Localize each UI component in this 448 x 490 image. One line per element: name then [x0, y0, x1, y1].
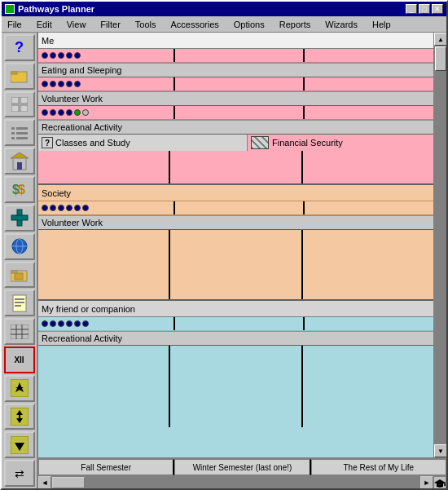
- dot: [82, 109, 89, 116]
- sidebar-item-folder2[interactable]: [4, 262, 35, 289]
- friend-label-row: My friend or companion: [38, 301, 433, 317]
- blue-section: My friend or companion: [38, 301, 433, 457]
- svg-rect-10: [11, 137, 15, 139]
- eating-sleeping-dots: [42, 52, 81, 59]
- sidebar-item-dollar[interactable]: $ $: [4, 176, 35, 203]
- recreational-blue-col3: [305, 317, 433, 330]
- sidebar-item-grid[interactable]: [4, 91, 35, 118]
- menu-accessories[interactable]: Accessories: [169, 19, 222, 30]
- scroll-thumb[interactable]: [435, 46, 446, 71]
- menu-edit[interactable]: Edit: [34, 19, 55, 30]
- blue-empty-col1: [38, 346, 170, 427]
- sidebar-item-down-arrow[interactable]: [4, 431, 35, 458]
- tab-winter[interactable]: Winter Semester (last one!): [174, 459, 310, 475]
- window-title: Pathways Planner: [18, 4, 94, 14]
- peach-empty-col1: [38, 230, 170, 299]
- title-bar: Pathways Planner _ □ ✕: [2, 2, 446, 16]
- dot: [58, 52, 64, 59]
- h-scroll-track[interactable]: [51, 476, 420, 488]
- app-icon: [5, 4, 15, 14]
- tab-rest[interactable]: The Rest of My Life: [311, 459, 446, 475]
- peach-section: Society: [38, 185, 433, 301]
- scroll-track[interactable]: [434, 46, 446, 444]
- hatched-icon: [251, 136, 269, 149]
- sidebar-item-cross[interactable]: [4, 205, 35, 232]
- svg-marker-13: [11, 152, 29, 158]
- scroll-up-button[interactable]: ▲: [434, 33, 446, 46]
- dot: [42, 320, 48, 327]
- sidebar-item-star-up[interactable]: [4, 375, 35, 402]
- dot: [74, 205, 81, 211]
- svg-marker-42: [434, 479, 446, 485]
- classes-study-cell[interactable]: ? Classes and Study: [38, 135, 248, 151]
- svg-rect-1: [11, 72, 17, 74]
- scroll-right-button[interactable]: ►: [420, 476, 433, 488]
- sidebar-item-folder[interactable]: [4, 63, 35, 90]
- tab-fall-label: Fall Semester: [81, 463, 131, 472]
- svg-rect-11: [16, 137, 28, 139]
- me-label: Me: [42, 36, 54, 46]
- eating-sleeping-label: Eating and Sleeping: [42, 65, 121, 75]
- society-label-row: Society: [38, 185, 433, 201]
- volunteer-label-1: Volunteer Work: [42, 94, 103, 104]
- society-label: Society: [42, 188, 71, 198]
- dot: [42, 109, 48, 116]
- financial-security-cell[interactable]: Financial Security: [248, 135, 433, 151]
- vertical-scrollbar: ▲ ▼: [433, 33, 446, 457]
- recreational-dots: [42, 109, 89, 116]
- sidebar-item-globe[interactable]: [4, 233, 35, 260]
- eating-sleeping-col1: [38, 49, 173, 62]
- svg-rect-6: [11, 127, 15, 130]
- menu-wizards[interactable]: Wizards: [323, 19, 360, 30]
- tab-fall[interactable]: Fall Semester: [38, 459, 174, 475]
- scroll-down-button[interactable]: ▼: [434, 444, 446, 457]
- dot: [50, 81, 56, 87]
- sidebar-item-help[interactable]: ?: [4, 34, 35, 61]
- sidebar-item-arrows[interactable]: [4, 404, 35, 430]
- svg-rect-29: [11, 324, 29, 339]
- sidebar-item-exchange[interactable]: ⇄: [4, 460, 35, 487]
- menu-filter[interactable]: Filter: [98, 19, 122, 30]
- sidebar-item-list[interactable]: [4, 119, 35, 146]
- dot: [66, 52, 72, 59]
- sidebar-item-building[interactable]: [4, 148, 35, 174]
- menu-options[interactable]: Options: [231, 19, 267, 30]
- dot: [66, 320, 72, 327]
- sidebar: ?: [2, 33, 38, 488]
- blue-empty-col3: [303, 346, 433, 427]
- dot: [50, 52, 56, 59]
- menu-file[interactable]: File: [5, 19, 24, 30]
- dot: [50, 109, 56, 116]
- recreational-bar-blue: Recreational Activity: [38, 331, 433, 346]
- recreational-col2: [173, 106, 305, 119]
- menu-reports[interactable]: Reports: [277, 19, 314, 30]
- planner-grid: Me: [38, 33, 433, 457]
- menu-tools[interactable]: Tools: [133, 19, 159, 30]
- title-controls: _ □ ✕: [406, 4, 443, 14]
- eating-sleeping-col2: [173, 49, 305, 62]
- svg-rect-4: [11, 105, 19, 112]
- close-button[interactable]: ✕: [432, 4, 443, 14]
- recreational-label-1: Recreational Activity: [42, 122, 122, 132]
- dot: [74, 81, 81, 87]
- dot: [58, 320, 64, 327]
- dot: [82, 205, 89, 211]
- dot: [74, 109, 81, 116]
- maximize-button[interactable]: □: [419, 4, 430, 14]
- friend-label: My friend or companion: [42, 304, 135, 314]
- dot: [42, 81, 48, 87]
- menu-help[interactable]: Help: [370, 19, 393, 30]
- main-window: Pathways Planner _ □ ✕ File Edit View Fi…: [0, 0, 448, 490]
- minimize-button[interactable]: _: [406, 4, 417, 14]
- svg-rect-7: [16, 127, 28, 130]
- sidebar-item-grid2[interactable]: [4, 318, 35, 345]
- svg-rect-5: [20, 105, 28, 112]
- sidebar-item-notes[interactable]: [4, 289, 35, 316]
- scroll-left-button[interactable]: ◄: [38, 476, 51, 488]
- h-scroll-thumb[interactable]: [52, 477, 85, 488]
- eating-sleeping-bar: Eating and Sleeping: [38, 63, 433, 77]
- sidebar-item-xii[interactable]: XII: [4, 347, 35, 373]
- volunteer-col2: [173, 77, 305, 90]
- volunteer-bar-peach: Volunteer Work: [38, 215, 433, 230]
- menu-view[interactable]: View: [64, 19, 89, 30]
